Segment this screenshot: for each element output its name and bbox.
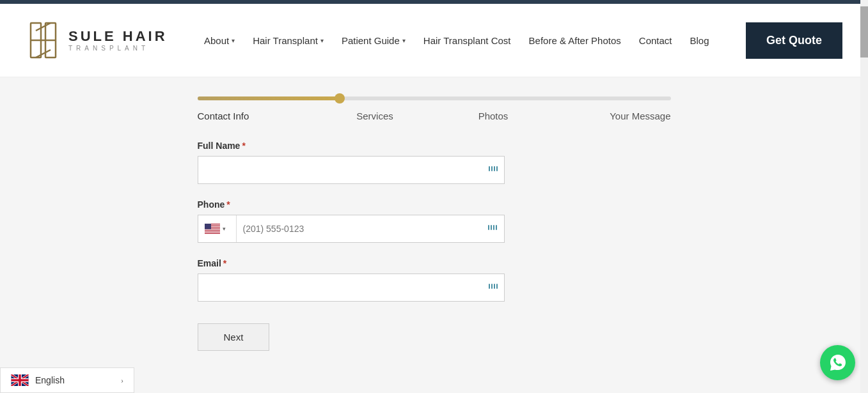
phone-country-chevron: ▾ bbox=[223, 226, 226, 232]
phone-input[interactable] bbox=[237, 215, 504, 242]
svg-rect-17 bbox=[488, 225, 489, 230]
scrollbar[interactable] bbox=[860, 0, 868, 393]
phone-label: Phone * bbox=[198, 199, 671, 210]
nav-before-after[interactable]: Before & After Photos bbox=[529, 35, 621, 46]
svg-rect-15 bbox=[205, 233, 220, 233]
nav-about-chevron: ▾ bbox=[232, 37, 235, 44]
svg-rect-13 bbox=[205, 229, 220, 230]
email-input[interactable] bbox=[198, 274, 505, 302]
email-icon bbox=[488, 281, 498, 294]
progress-bar-fill bbox=[198, 96, 340, 100]
language-selector[interactable]: English › bbox=[0, 367, 134, 393]
step-services[interactable]: Services bbox=[316, 111, 434, 121]
nav-contact[interactable]: Contact bbox=[639, 35, 672, 46]
email-group: Email * bbox=[198, 258, 671, 302]
svg-rect-14 bbox=[205, 231, 220, 231]
nav-hair-transplant[interactable]: Hair Transplant ▾ bbox=[253, 35, 324, 46]
brand-name: SULE HAIR bbox=[68, 29, 168, 44]
progress-indicator bbox=[335, 93, 345, 104]
svg-rect-7 bbox=[494, 166, 495, 171]
scrollbar-thumb[interactable] bbox=[860, 6, 868, 58]
nav-patient-guide-label: Patient Guide bbox=[342, 35, 400, 46]
email-label: Email * bbox=[198, 258, 671, 268]
nav-hair-transplant-chevron: ▾ bbox=[320, 37, 324, 44]
step-photos[interactable]: Photos bbox=[434, 111, 553, 121]
full-name-required: * bbox=[242, 141, 245, 151]
svg-rect-23 bbox=[494, 284, 495, 289]
email-wrapper bbox=[198, 274, 505, 302]
brand-sub: TRANSPLANT bbox=[68, 45, 168, 52]
full-name-group: Full Name * bbox=[198, 141, 671, 184]
next-button[interactable]: Next bbox=[198, 323, 270, 351]
phone-icon bbox=[487, 222, 498, 235]
gb-flag-icon bbox=[11, 374, 29, 386]
svg-rect-18 bbox=[491, 225, 492, 230]
logo-icon bbox=[26, 18, 61, 63]
form-container: Contact Info Services Photos Your Messag… bbox=[172, 96, 697, 351]
full-name-icon bbox=[488, 164, 498, 176]
phone-country-selector[interactable]: ▾ bbox=[198, 215, 237, 242]
svg-rect-16 bbox=[205, 224, 211, 229]
nav-about[interactable]: About ▾ bbox=[204, 35, 235, 46]
nav-cost-label: Hair Transplant Cost bbox=[423, 35, 511, 46]
svg-rect-20 bbox=[496, 225, 497, 230]
progress-bar-track bbox=[198, 96, 671, 100]
steps-row: Contact Info Services Photos Your Messag… bbox=[198, 111, 671, 121]
nav-hair-transplant-label: Hair Transplant bbox=[253, 35, 318, 46]
whatsapp-button[interactable] bbox=[820, 345, 855, 380]
language-chevron: › bbox=[121, 376, 123, 385]
svg-rect-6 bbox=[491, 166, 493, 171]
svg-line-4 bbox=[36, 50, 51, 58]
nav-blog[interactable]: Blog bbox=[690, 35, 709, 46]
svg-rect-22 bbox=[491, 284, 493, 289]
progress-bar-wrapper bbox=[198, 96, 671, 100]
header: SULE HAIR TRANSPLANT About ▾ Hair Transp… bbox=[0, 4, 868, 77]
svg-line-3 bbox=[36, 23, 51, 31]
nav-before-after-label: Before & After Photos bbox=[529, 35, 621, 46]
nav-contact-label: Contact bbox=[639, 35, 672, 46]
svg-rect-19 bbox=[493, 225, 494, 230]
step-your-message[interactable]: Your Message bbox=[553, 111, 671, 121]
main-content: Contact Info Services Photos Your Messag… bbox=[0, 77, 868, 393]
step-contact-info[interactable]: Contact Info bbox=[198, 111, 316, 121]
nav-patient-guide[interactable]: Patient Guide ▾ bbox=[342, 35, 406, 46]
email-required: * bbox=[223, 258, 226, 268]
phone-group: Phone * ▾ bbox=[198, 199, 671, 243]
full-name-wrapper bbox=[198, 156, 505, 184]
whatsapp-icon bbox=[828, 353, 848, 373]
us-flag-icon bbox=[205, 224, 220, 234]
svg-rect-8 bbox=[496, 166, 498, 171]
logo-text: SULE HAIR TRANSPLANT bbox=[68, 29, 168, 51]
full-name-label: Full Name * bbox=[198, 141, 671, 151]
phone-wrapper: ▾ bbox=[198, 215, 505, 243]
logo-area[interactable]: SULE HAIR TRANSPLANT bbox=[26, 18, 168, 63]
nav-patient-guide-chevron: ▾ bbox=[402, 37, 406, 44]
svg-rect-24 bbox=[496, 284, 498, 289]
nav-cost[interactable]: Hair Transplant Cost bbox=[423, 35, 511, 46]
nav-blog-label: Blog bbox=[690, 35, 709, 46]
main-nav: About ▾ Hair Transplant ▾ Patient Guide … bbox=[204, 35, 709, 46]
get-quote-button[interactable]: Get Quote bbox=[746, 22, 842, 59]
full-name-input[interactable] bbox=[198, 156, 505, 184]
svg-rect-5 bbox=[489, 166, 490, 171]
nav-about-label: About bbox=[204, 35, 229, 46]
phone-required: * bbox=[226, 199, 230, 210]
language-label: English bbox=[35, 375, 65, 385]
svg-rect-21 bbox=[489, 284, 490, 289]
